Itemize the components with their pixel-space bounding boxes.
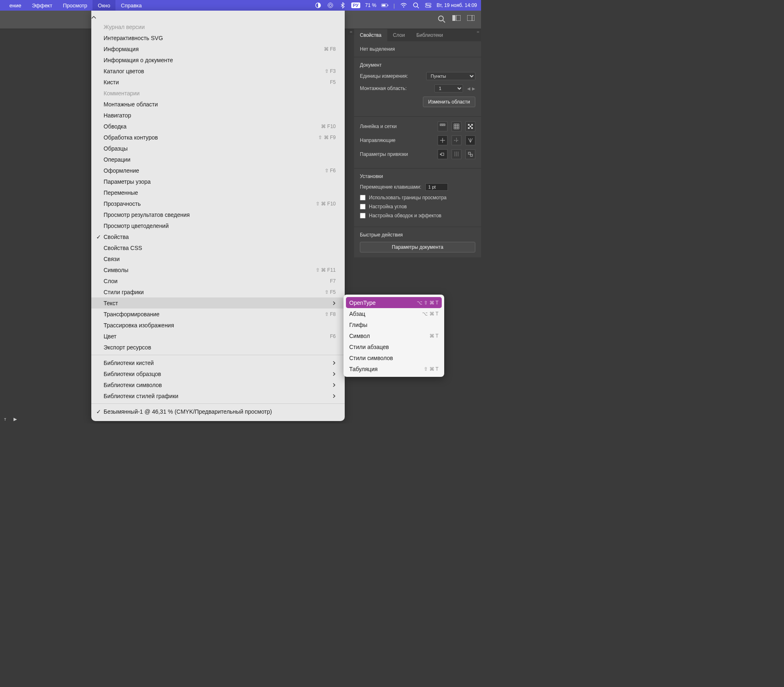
airdrop-icon[interactable] [327,2,334,9]
menu-item[interactable]: Обработка контуров⇧ ⌘ F9 [91,132,345,143]
menu-item[interactable]: Трансформирование⇧ F8 [91,309,345,320]
menu-item[interactable]: Просмотр цветоделений [91,220,345,231]
bluetooth-icon[interactable] [339,2,346,9]
menu-item[interactable]: Образцы [91,143,345,154]
wifi-icon[interactable] [400,2,407,9]
menu-item[interactable]: Библиотеки образцов [91,368,345,379]
svg-rect-16 [456,15,461,21]
menu-item[interactable]: Символы⇧ ⌘ F11 [91,264,345,275]
doc-params-button[interactable]: Параметры документа [360,242,475,252]
menu-item[interactable]: Интерактивность SVG [91,32,345,43]
keyboard-move-input[interactable] [425,183,448,191]
guides-visibility-icon[interactable] [438,135,447,145]
corners-label: Настройка углов [369,204,407,209]
menu-item[interactable]: Библиотеки кистей [91,357,345,368]
expand-panel-icon[interactable]: ›› [475,29,481,35]
submenu-item[interactable]: OpenType⌥ ⇧ ⌘ T [346,297,442,308]
menu-item[interactable]: Каталог цветов⇧ F3 [91,65,345,77]
submenu-item[interactable]: Глифы [343,319,444,330]
menu-item[interactable]: КистиF5 [91,77,345,88]
properties-panel: Свойства Слои Библиотеки Нет выделения Д… [354,29,481,257]
tab-properties[interactable]: Свойства [354,29,387,41]
search-tool-icon[interactable] [438,15,447,24]
preview-bounds-checkbox[interactable] [360,195,366,200]
menu-item[interactable]: Свойства CSS [91,242,345,253]
svg-rect-17 [467,15,474,21]
menu-item[interactable]: Операции [91,154,345,165]
menubar-item-2[interactable]: Просмотр [58,0,93,11]
menu-item[interactable]: Обводка⌘ F10 [91,121,345,132]
tab-libraries[interactable]: Библиотеки [411,29,449,41]
menu-item[interactable]: Монтажные области [91,99,345,110]
submenu-item[interactable]: Стили символов [343,352,444,363]
menubar-item-0[interactable]: ение [4,0,27,11]
dropdown-scroll-up[interactable] [91,16,345,21]
menu-item[interactable]: СлоиF7 [91,275,345,286]
svg-rect-31 [468,127,470,129]
svg-rect-28 [468,124,470,126]
ruler-icon[interactable] [438,122,447,131]
menu-item[interactable]: Трассировка изображения [91,320,345,331]
guides-label: Направляющие [360,137,434,143]
menu-item[interactable]: Оформление⇧ F6 [91,165,345,176]
document-section-header: Документ [360,62,475,68]
type-tool-icon[interactable]: т [4,417,6,421]
strokes-checkbox[interactable] [360,213,366,218]
menu-item[interactable]: Навигатор [91,110,345,121]
display-icon[interactable] [314,2,322,9]
menu-item[interactable]: Информация о документе [91,54,345,65]
smart-guides-icon[interactable] [465,135,475,145]
menu-item[interactable]: Стили графики⇧ F5 [91,286,345,297]
menu-item[interactable]: Экспорт ресурсов [91,342,345,353]
menu-item[interactable]: ЦветF6 [91,331,345,342]
artboard-prev-icon[interactable]: ◀ [467,86,470,91]
menu-item[interactable]: Библиотеки символов [91,379,345,390]
menubar-item-1[interactable]: Эффект [27,0,58,11]
submenu-item[interactable]: Символ⌘ T [343,330,444,341]
menu-item[interactable]: Информация⌘ F8 [91,43,345,54]
menu-item[interactable]: ✓Свойства [91,231,345,242]
menu-item[interactable]: Библиотеки стилей графики [91,390,345,401]
menu-item[interactable]: Просмотр результатов сведения [91,209,345,220]
units-select[interactable]: Пункты [426,72,475,80]
battery-icon[interactable] [381,2,389,9]
chevron-right-icon [332,394,336,399]
workspace-icon[interactable] [467,15,476,24]
play-icon[interactable]: ▶ [14,417,17,422]
menu-item[interactable]: Связи [91,253,345,264]
artboard-next-icon[interactable]: ▶ [472,86,475,91]
grid-icon[interactable] [452,122,461,131]
menubar-item-window[interactable]: Окно [93,0,115,11]
menubar-item-4[interactable]: Справка [115,0,147,11]
transparency-grid-icon[interactable] [465,122,475,131]
artboard-select[interactable]: 1 [434,84,463,92]
menu-item[interactable]: ✓Безымянный-1 @ 46,31 % (CMYK/Предварите… [91,406,345,417]
menu-item[interactable]: Переменные [91,187,345,198]
menu-item[interactable]: Параметры узора [91,176,345,187]
menu-item[interactable]: Текст [91,297,345,309]
svg-point-13 [438,16,443,21]
snap-pixel-icon[interactable] [465,149,475,159]
tab-layers[interactable]: Слои [387,29,411,41]
submenu-item[interactable]: Табуляция⇧ ⌘ T [343,363,444,374]
menu-item[interactable]: Прозрачность⇧ ⌘ F10 [91,198,345,209]
search-icon[interactable] [412,2,420,9]
snap-grid-icon[interactable] [452,149,461,159]
submenu-item[interactable]: Абзац⌥ ⌘ T [343,308,444,319]
arrange-icon[interactable] [452,15,461,24]
submenu-item[interactable]: Стили абзацев [343,341,444,352]
language-badge[interactable]: РУ [351,2,360,8]
chevron-right-icon [332,372,336,376]
edit-artboards-button[interactable]: Изменить области [423,97,475,107]
chevron-right-icon [332,360,336,365]
menu-item: Журнал версии [91,21,345,32]
collapse-panel-icon[interactable]: ‹‹ [348,29,354,35]
chevron-right-icon [332,383,336,387]
corners-checkbox[interactable] [360,204,366,209]
datetime[interactable]: Вт, 19 нояб. 14:09 [437,2,477,8]
units-label: Единицы измерения: [360,73,422,79]
window-dropdown-menu: Журнал версииИнтерактивность SVGИнформац… [91,11,345,421]
control-center-icon[interactable] [425,2,432,9]
snap-point-icon[interactable] [438,149,447,159]
guides-lock-icon[interactable] [452,135,461,145]
